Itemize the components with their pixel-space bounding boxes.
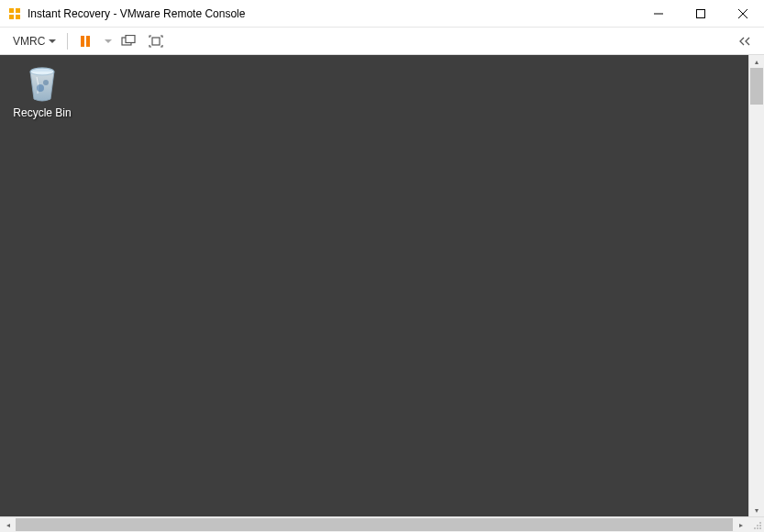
svg-point-16: [43, 80, 49, 85]
svg-rect-0: [9, 8, 14, 13]
scrollbar-corner: [748, 517, 764, 532]
svg-point-17: [759, 522, 761, 524]
pause-button[interactable]: [73, 30, 97, 52]
recycle-bin-label: Recycle Bin: [7, 106, 77, 119]
horizontal-scrollbar[interactable]: ◂ ▸: [0, 516, 764, 532]
toolbar: VMRC: [0, 28, 764, 55]
svg-rect-8: [81, 36, 84, 47]
horizontal-scroll-track[interactable]: [16, 517, 733, 532]
pause-dropdown[interactable]: [99, 30, 114, 52]
scroll-up-arrow[interactable]: ▴: [749, 55, 764, 68]
svg-rect-5: [697, 9, 705, 17]
svg-point-21: [757, 527, 758, 529]
cad-icon: [121, 35, 136, 48]
send-ctrl-alt-del-button[interactable]: [116, 30, 141, 52]
svg-rect-12: [152, 38, 160, 45]
scroll-down-arrow[interactable]: ▾: [749, 504, 764, 516]
svg-point-22: [759, 527, 761, 529]
collapse-toolbar-button[interactable]: [733, 30, 757, 52]
window-title: Instant Recovery - VMware Remote Console: [28, 7, 637, 20]
vertical-scrollbar[interactable]: ▴ ▾: [748, 55, 764, 516]
dropdown-caret-icon: [105, 39, 112, 43]
svg-rect-2: [9, 15, 14, 19]
app-icon: [7, 6, 22, 21]
svg-rect-3: [16, 15, 20, 19]
recycle-bin-icon[interactable]: Recycle Bin: [7, 64, 77, 119]
toolbar-separator: [67, 33, 68, 50]
vmrc-menu-label: VMRC: [13, 35, 45, 48]
chevron-left-double-icon: [738, 37, 751, 46]
svg-point-15: [37, 84, 44, 92]
titlebar: Instant Recovery - VMware Remote Console: [0, 0, 764, 28]
close-button[interactable]: [722, 0, 764, 28]
resize-grip-icon: [753, 521, 762, 530]
window-controls: [637, 0, 764, 28]
vertical-scroll-thumb[interactable]: [750, 68, 763, 105]
dropdown-caret-icon: [49, 39, 56, 43]
svg-rect-1: [16, 8, 20, 13]
fullscreen-icon: [149, 35, 163, 48]
svg-point-18: [757, 525, 758, 526]
svg-point-20: [754, 527, 756, 529]
fullscreen-button[interactable]: [143, 30, 169, 52]
svg-rect-11: [126, 35, 135, 42]
recycle-bin-glyph: [23, 64, 61, 103]
maximize-button[interactable]: [680, 0, 722, 28]
svg-point-19: [759, 525, 761, 526]
vmrc-menu[interactable]: VMRC: [7, 30, 61, 52]
horizontal-scroll-thumb[interactable]: [16, 518, 733, 531]
scroll-left-arrow[interactable]: ◂: [0, 517, 16, 532]
minimize-button[interactable]: [637, 0, 680, 28]
pause-icon: [79, 35, 92, 48]
scroll-right-arrow[interactable]: ▸: [733, 517, 748, 532]
svg-rect-9: [86, 36, 90, 47]
remote-desktop[interactable]: Recycle Bin: [0, 55, 748, 516]
content-area: Recycle Bin ▴ ▾: [0, 55, 764, 516]
